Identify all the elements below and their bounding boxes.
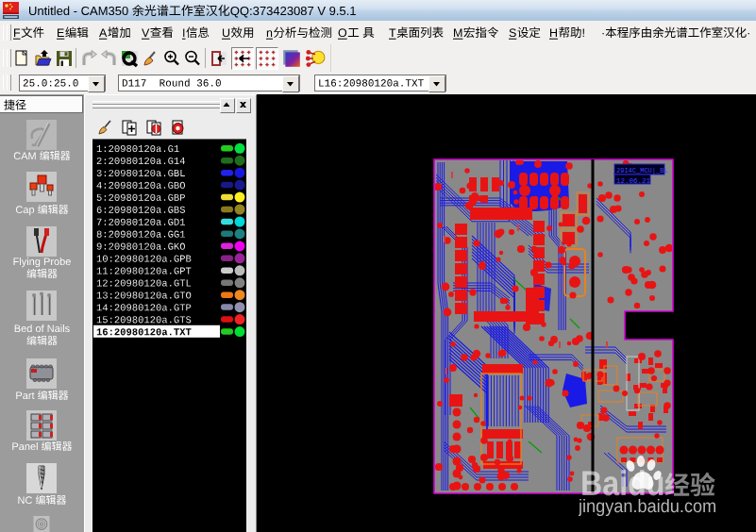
svg-text:29I4C_MCU|_BL: 29I4C_MCU|_BL [616,167,668,175]
svg-text:12.06.21: 12.06.21 [616,177,651,185]
